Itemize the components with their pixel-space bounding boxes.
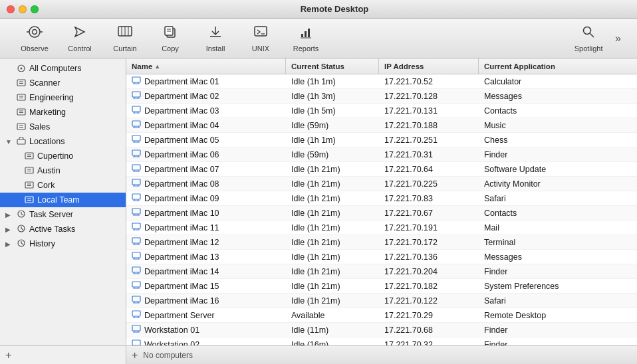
col-header-ip[interactable]: IP Address xyxy=(379,58,479,74)
computer-icon xyxy=(132,193,141,203)
table-row[interactable]: Department iMac 08Idle (1h 21m)17.221.70… xyxy=(126,177,637,191)
table-row[interactable]: Department iMac 07Idle (1h 21m)17.221.70… xyxy=(126,162,637,177)
cell-name: Department iMac 06 xyxy=(126,149,286,159)
table-row[interactable]: Department iMac 05Idle (1h 1m)17.221.70.… xyxy=(126,133,637,147)
sidebar-item-task-server[interactable]: ▶Task Server xyxy=(0,207,126,222)
sidebar: All ComputersScannerEngineeringMarketing… xyxy=(0,58,126,364)
svg-rect-62 xyxy=(132,92,140,97)
sidebar-item-marketing[interactable]: Marketing xyxy=(0,105,126,120)
svg-rect-86 xyxy=(132,179,140,185)
table-row[interactable]: Department iMac 01Idle (1h 1m)17.221.70.… xyxy=(126,74,637,89)
cell-ip: 17.221.70.128 xyxy=(379,92,479,101)
svg-point-20 xyxy=(584,27,591,34)
control-icon xyxy=(72,25,87,43)
cell-app: Finder xyxy=(479,150,637,159)
close-button[interactable] xyxy=(7,5,15,13)
maximize-button[interactable] xyxy=(31,5,39,13)
cell-app: Finder xyxy=(479,267,637,276)
cell-name: Department iMac 11 xyxy=(126,223,286,232)
sidebar-item-engineering[interactable]: Engineering xyxy=(0,90,126,105)
reports-label: Reports xyxy=(293,45,319,52)
toolbar-control[interactable]: Control xyxy=(59,21,101,56)
cell-status: Idle (1h 21m) xyxy=(286,252,379,262)
table-row[interactable]: Workstation 01Idle (11m)17.221.70.68Find… xyxy=(126,323,637,337)
table-add-button[interactable]: + xyxy=(132,349,138,361)
svg-rect-98 xyxy=(132,223,140,228)
table-row[interactable]: Department iMac 04Idle (59m)17.221.70.18… xyxy=(126,118,637,133)
sidebar-item-active-tasks[interactable]: ▶Active Tasks xyxy=(0,222,126,236)
sidebar-item-icon xyxy=(16,78,27,88)
svg-line-51 xyxy=(21,214,23,215)
cell-name: Department iMac 15 xyxy=(126,281,286,291)
svg-rect-30 xyxy=(17,109,25,115)
sidebar-item-label: Engineering xyxy=(29,93,74,102)
toolbar-curtain[interactable]: Curtain xyxy=(104,21,146,56)
observe-icon xyxy=(26,25,43,43)
table-area: Name ▲ Current Status IP Address Current… xyxy=(126,58,637,364)
table-row[interactable]: Department iMac 02Idle (1h 3m)17.221.70.… xyxy=(126,89,637,104)
table-row[interactable]: Department iMac 09Idle (1h 21m)17.221.70… xyxy=(126,191,637,206)
sidebar-item-local-team[interactable]: Local Team xyxy=(0,193,126,207)
sidebar-item-all-computers[interactable]: All Computers xyxy=(0,61,126,76)
cell-name: Department iMac 02 xyxy=(126,91,286,101)
cell-app: Messages xyxy=(479,252,637,262)
sidebar-item-locations[interactable]: ▼Locations xyxy=(0,134,126,149)
toolbar-unix[interactable]: UNIX xyxy=(239,21,282,56)
svg-rect-78 xyxy=(132,150,140,155)
sidebar-item-label: Sales xyxy=(29,122,50,132)
disclosure-icon: ▶ xyxy=(5,211,13,219)
cell-ip: 17.221.70.204 xyxy=(379,267,479,276)
cell-ip: 17.221.70.67 xyxy=(379,209,479,218)
svg-rect-33 xyxy=(17,124,25,130)
table-row[interactable]: Department iMac 10Idle (1h 21m)17.221.70… xyxy=(126,206,637,221)
toolbar-observe[interactable]: Observe xyxy=(13,21,56,56)
sidebar-item-history[interactable]: ▶History xyxy=(0,236,126,251)
toolbar-copy[interactable]: Copy xyxy=(149,21,191,56)
cell-app: Safari xyxy=(479,296,637,306)
toolbar-more-button[interactable]: » xyxy=(612,30,624,47)
table-row[interactable]: Department ServerAvailable17.221.70.29Re… xyxy=(126,308,637,323)
cell-ip: 17.221.70.29 xyxy=(379,311,479,320)
cell-ip: 17.221.70.136 xyxy=(379,252,479,262)
table-row[interactable]: Workstation 02Idle (16m)17.221.70.32Find… xyxy=(126,337,637,345)
table-row[interactable]: Department iMac 15Idle (1h 21m)17.221.70… xyxy=(126,279,637,294)
sidebar-item-label: Cupertino xyxy=(37,151,73,161)
col-name-label: Name xyxy=(132,62,152,70)
sidebar-add-button[interactable]: + xyxy=(5,350,11,361)
cell-name: Department iMac 07 xyxy=(126,164,286,174)
table-row[interactable]: Department iMac 13Idle (1h 21m)17.221.70… xyxy=(126,250,637,264)
cell-ip: 17.221.70.251 xyxy=(379,136,479,145)
sidebar-item-scanner[interactable]: Scanner xyxy=(0,76,126,90)
table-row[interactable]: Department iMac 14Idle (1h 21m)17.221.70… xyxy=(126,264,637,279)
cell-ip: 17.221.70.52 xyxy=(379,77,479,86)
sidebar-item-cork[interactable]: Cork xyxy=(0,178,126,193)
table-row[interactable]: Department iMac 16Idle (1h 21m)17.221.70… xyxy=(126,294,637,308)
cell-name: Department iMac 12 xyxy=(126,237,286,247)
col-header-app[interactable]: Current Application xyxy=(479,58,637,74)
control-label: Control xyxy=(68,45,91,52)
table-row[interactable]: Department iMac 06Idle (59m)17.221.70.31… xyxy=(126,147,637,162)
svg-point-1 xyxy=(33,29,37,34)
table-row[interactable]: Department iMac 03Idle (1h 5m)17.221.70.… xyxy=(126,104,637,118)
cell-status: Idle (1h 21m) xyxy=(286,267,379,276)
computer-icon xyxy=(132,237,141,247)
toolbar-install[interactable]: Install xyxy=(194,21,237,56)
sidebar-item-icon xyxy=(24,195,35,205)
cell-ip: 17.221.70.64 xyxy=(379,165,479,174)
sidebar-item-austin[interactable]: Austin xyxy=(0,163,126,178)
cell-status: Idle (1h 21m) xyxy=(286,296,379,306)
computer-icon xyxy=(132,149,141,159)
col-header-name[interactable]: Name ▲ xyxy=(126,58,286,74)
cell-status: Available xyxy=(286,311,379,320)
sidebar-item-sales[interactable]: Sales xyxy=(0,120,126,134)
toolbar-spotlight[interactable]: Spotlight xyxy=(567,21,610,56)
cell-ip: 17.221.70.131 xyxy=(379,106,479,116)
col-header-status[interactable]: Current Status xyxy=(286,58,379,74)
table-row[interactable]: Department iMac 11Idle (1h 21m)17.221.70… xyxy=(126,221,637,235)
table-row[interactable]: Department iMac 12Idle (1h 21m)17.221.70… xyxy=(126,235,637,250)
sidebar-item-cupertino[interactable]: Cupertino xyxy=(0,149,126,163)
minimize-button[interactable] xyxy=(19,5,27,13)
col-app-label: Current Application xyxy=(484,62,555,70)
computer-icon xyxy=(132,208,141,218)
toolbar-reports[interactable]: Reports xyxy=(285,21,327,56)
